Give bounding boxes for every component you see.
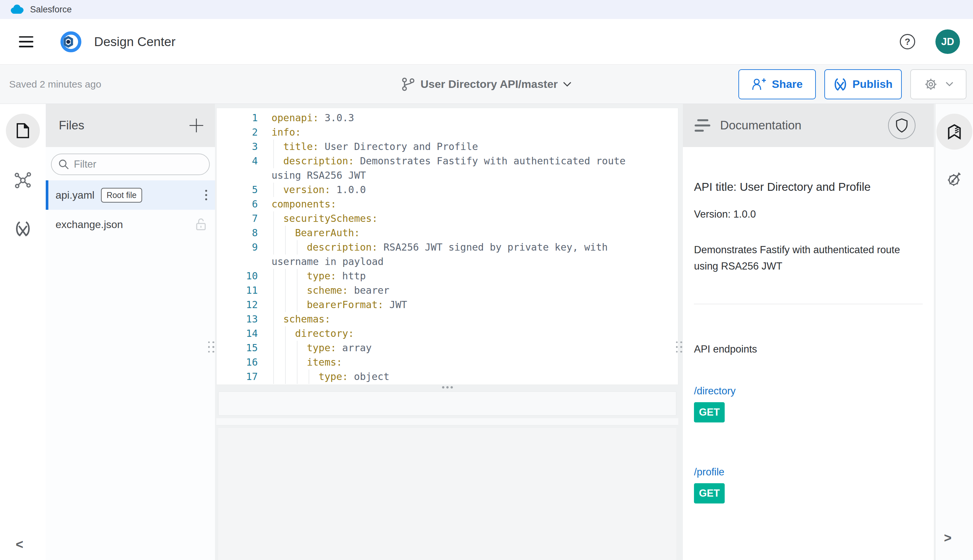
code-line[interactable]: 5version: 1.0.0 [217,183,678,197]
file-name: api.yaml [55,189,95,201]
file-name: exchange.json [55,218,123,231]
files-panel: Files api.yaml [46,104,215,560]
right-panel-resize-handle[interactable] [675,333,683,362]
help-icon[interactable]: ? [900,34,915,49]
code-line[interactable]: 14directory: [217,327,678,341]
file-row-exchange-json[interactable]: exchange.json [46,210,215,239]
code-line[interactable]: 17type: object [217,370,678,384]
collapse-right-panel-button[interactable]: > [944,531,951,545]
salesforce-brand-label: Salesforce [30,5,72,15]
editor-column: 1openapi: 3.0.32info:3title: User Direct… [216,104,678,560]
api-endpoints-heading: API endpoints [694,343,923,355]
project-name: User Directory API/master [420,78,558,90]
mocking-service-tool-button[interactable] [945,170,963,188]
bottom-panel-rest [218,428,676,560]
code-line[interactable]: 15type: array [217,341,678,355]
code-lines: 1openapi: 3.0.32info:3title: User Direct… [217,111,678,384]
file-filter-input[interactable] [74,158,198,170]
bottom-panel-strip [216,418,678,425]
nodes-icon [14,171,32,190]
code-line[interactable]: 11scheme: bearer [217,283,678,298]
file-icon [16,123,30,139]
collapsed-bottom-panel[interactable] [218,392,676,416]
files-panel-title: Files [59,118,189,132]
project-settings-button[interactable] [910,69,966,99]
project-toolbar: Saved 2 minutes ago User Directory API/m… [0,65,973,104]
get-method-badge[interactable]: GET [694,483,725,503]
code-line[interactable]: 7securitySchemes: [217,212,678,226]
documentation-title: Documentation [720,118,888,132]
salesforce-logo [9,4,25,15]
documentation-content: API title: User Directory and Profile Ve… [683,180,934,503]
code-line[interactable]: 8BearerAuth: [217,226,678,240]
api-designer-tool-button[interactable] [14,171,32,190]
lock-icon [195,218,207,231]
publish-button[interactable]: Publish [824,69,902,99]
toc-icon[interactable] [695,119,710,132]
file-filter [51,153,210,175]
documentation-tool-button[interactable] [936,114,972,150]
book-icon [946,123,963,140]
search-icon [58,159,69,170]
gear-icon [923,77,938,92]
endpoint-link-directory[interactable]: /directory [694,385,735,397]
code-line[interactable]: 12bearerFormat: JWT [217,298,678,312]
get-method-badge[interactable]: GET [694,402,725,422]
code-line[interactable]: username in payload [217,255,678,269]
salesforce-top-bar: Salesforce [0,0,973,19]
documentation-header: Documentation [683,104,934,147]
code-line[interactable]: 13schemas: [217,312,678,327]
right-rail: > [935,104,973,560]
code-line[interactable]: 1openapi: 3.0.3 [217,111,678,125]
documentation-panel: Documentation API title: User Directory … [683,104,934,560]
plus-icon [189,118,204,133]
file-menu-kebab-icon[interactable] [205,190,207,200]
main-area: < Files [0,104,973,560]
api-version-text: Version: 1.0.0 [694,208,923,220]
documentation-divider [694,304,923,304]
left-rail: < [0,104,46,560]
api-title-text: API title: User Directory and Profile [694,180,923,193]
code-line[interactable]: 10type: http [217,269,678,283]
exchange-icon [14,221,32,237]
endpoint-link-profile[interactable]: /profile [694,466,724,478]
branch-icon [402,77,415,92]
design-center-app: Salesforce Design Center ? JD Saved 2 mi… [0,0,973,560]
design-center-logo [60,30,82,53]
publish-exchange-icon [833,78,847,91]
avatar[interactable]: JD [935,29,960,54]
collapse-left-panel-button[interactable]: < [16,537,23,552]
left-panel-resize-handle[interactable] [207,333,215,362]
code-editor[interactable]: 1openapi: 3.0.32info:3title: User Direct… [216,108,678,385]
share-button[interactable]: Share [738,69,816,99]
code-line[interactable]: 9description: RSA256 JWT signed by priva… [217,240,678,255]
file-row-api-yaml[interactable]: api.yaml Root file [46,180,215,210]
chevron-down-icon [563,82,571,87]
code-line[interactable]: 2info: [217,125,678,140]
add-file-button[interactable] [189,118,204,133]
chevron-down-icon [946,82,953,87]
shield-icon [896,118,908,133]
editor-horizontal-splitter[interactable] [216,384,678,390]
app-header: Design Center ? JD [0,19,973,65]
share-person-plus-icon [751,77,766,91]
files-tool-button[interactable] [6,114,40,148]
security-shield-button[interactable] [888,112,915,139]
page-title: Design Center [94,35,175,49]
gear-pencil-icon [945,170,963,188]
code-line[interactable]: 16items: [217,355,678,370]
code-line[interactable]: 3title: User Directory and Profile [217,140,678,154]
api-description-text: Demonstrates Fastify with authenticated … [694,242,903,275]
exchange-tool-button[interactable] [14,220,32,238]
hamburger-menu-button[interactable] [19,36,34,47]
code-line[interactable]: 6components: [217,197,678,212]
code-line[interactable]: using RSA256 JWT [217,168,678,183]
root-file-badge: Root file [101,188,142,203]
files-panel-header: Files [46,104,215,147]
code-line[interactable]: 4description: Demonstrates Fastify with … [217,154,678,168]
